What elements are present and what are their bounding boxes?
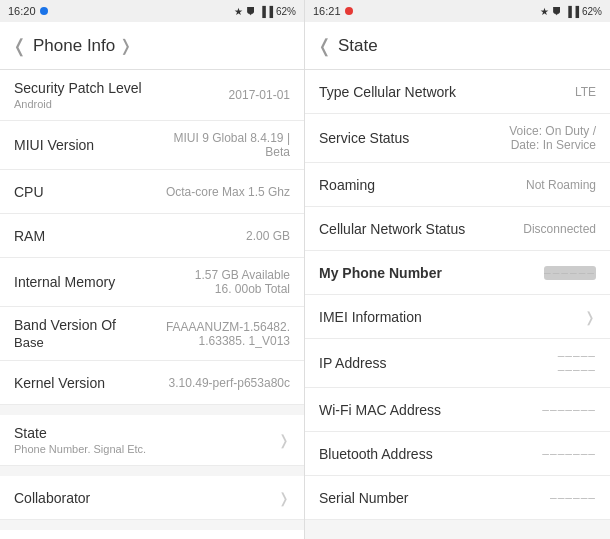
security-patch-sublabel: Android [14, 98, 142, 110]
ram-label: RAM [14, 228, 246, 244]
state-label: State [14, 425, 146, 441]
right-status-time: 16:21 [313, 5, 353, 17]
cpu-label: CPU [14, 184, 166, 200]
list-item-service-status: Service Status Voice: On Duty /Date: In … [305, 114, 610, 163]
right-signal-icon: ▐▐ [565, 6, 579, 17]
service-status-label: Service Status [319, 130, 509, 146]
imei-chevron: ❭ [584, 309, 596, 325]
list-item-kernel: Kernel Version 3.10.49-perf-p653a80c [0, 361, 304, 405]
right-notification-dot [345, 7, 353, 15]
type-cellular-value: LTE [575, 85, 596, 99]
imei-label: IMEI Information [319, 309, 576, 325]
ip-address-value: –––––––––– [558, 349, 596, 377]
band-version-label: Band Version Of [14, 317, 116, 333]
roaming-value: Not Roaming [526, 178, 596, 192]
left-list: Security Patch Level Android 2017-01-01 … [0, 70, 304, 539]
list-item-collaborator[interactable]: Collaborator ❭ [0, 476, 304, 520]
bluetooth-icon: ★ [234, 6, 243, 17]
internal-memory-label: Internal Memory [14, 274, 195, 290]
right-panel-title: State [338, 36, 378, 56]
list-item-state[interactable]: State Phone Number. Signal Etc. ❭ [0, 415, 304, 466]
ram-value: 2.00 GB [246, 229, 290, 243]
cellular-status-value: Disconnected [523, 222, 596, 236]
list-item-wifi-mac: Wi-Fi MAC Address ––––––– [305, 388, 610, 432]
left-back-arrow[interactable]: ❬ [12, 35, 27, 57]
phone-number-value: –––––– [544, 266, 596, 280]
battery-text: 62% [276, 6, 296, 17]
miui-label: MIUI Version [14, 137, 173, 153]
right-back-arrow[interactable]: ❬ [317, 35, 332, 57]
state-chevron: ❭ [278, 432, 290, 448]
spacer-2 [0, 466, 304, 476]
kernel-label: Kernel Version [14, 375, 169, 391]
list-item-type-cellular: Type Cellular Network LTE [305, 70, 610, 114]
bluetooth-address-value: ––––––– [542, 447, 596, 461]
right-shield-icon: ⛊ [552, 6, 562, 17]
phone-number-label: My Phone Number [319, 265, 544, 281]
left-status-time: 16:20 [8, 5, 48, 17]
list-item-legal[interactable]: Legal Information ❭ [0, 530, 304, 539]
type-cellular-label: Type Cellular Network [319, 84, 575, 100]
left-notification-dot [40, 7, 48, 15]
right-header: ❬ State [305, 22, 610, 70]
bluetooth-address-label: Bluetooth Address [319, 446, 542, 462]
service-status-value: Voice: On Duty /Date: In Service [509, 124, 596, 152]
ip-address-label: IP Address [319, 355, 558, 371]
list-item-imei[interactable]: IMEI Information ❭ [305, 295, 610, 339]
list-item-cpu: CPU Octa-core Max 1.5 Ghz [0, 170, 304, 214]
collaborator-chevron: ❭ [278, 490, 290, 506]
internal-memory-value: 1.57 GB Available16. 00ob Total [195, 268, 290, 296]
state-sublabel: Phone Number. Signal Etc. [14, 443, 146, 455]
left-panel-title: Phone Info [33, 36, 115, 56]
list-item-phone-number: My Phone Number –––––– [305, 251, 610, 295]
list-item-ip-address: IP Address –––––––––– [305, 339, 610, 388]
serial-number-label: Serial Number [319, 490, 550, 506]
wifi-mac-value: ––––––– [542, 403, 596, 417]
list-item-bluetooth-address: Bluetooth Address ––––––– [305, 432, 610, 476]
cpu-value: Octa-core Max 1.5 Ghz [166, 185, 290, 199]
kernel-value: 3.10.49-perf-p653a80c [169, 376, 290, 390]
left-title-chevron: ❭ [119, 36, 132, 55]
right-status-bar: 16:21 ★ ⛊ ▐▐ 62% [305, 0, 610, 22]
left-status-icons: ★ ⛊ ▐▐ 62% [234, 6, 296, 17]
band-version-value: FAAAANUZM-1.56482.1.63385. 1_V013 [166, 320, 290, 348]
list-item-internal-memory: Internal Memory 1.57 GB Available16. 00o… [0, 258, 304, 307]
left-panel: 16:20 ★ ⛊ ▐▐ 62% ❬ Phone Info ❭ Security… [0, 0, 305, 539]
shield-icon: ⛊ [246, 6, 256, 17]
left-status-bar: 16:20 ★ ⛊ ▐▐ 62% [0, 0, 304, 22]
security-patch-label: Security Patch Level [14, 80, 142, 96]
right-status-icons: ★ ⛊ ▐▐ 62% [540, 6, 602, 17]
list-item-band-version: Band Version Of Base FAAAANUZM-1.56482.1… [0, 307, 304, 361]
spacer-3 [0, 520, 304, 530]
wifi-mac-label: Wi-Fi MAC Address [319, 402, 542, 418]
left-header: ❬ Phone Info ❭ [0, 22, 304, 70]
list-item-serial-number: Serial Number –––––– [305, 476, 610, 520]
right-battery-text: 62% [582, 6, 602, 17]
right-bluetooth-icon: ★ [540, 6, 549, 17]
collaborator-label: Collaborator [14, 490, 270, 506]
right-time: 16:21 [313, 5, 341, 17]
right-list: Type Cellular Network LTE Service Status… [305, 70, 610, 539]
band-version-sublabel: Base [14, 335, 116, 350]
spacer-1 [0, 405, 304, 415]
list-item-miui: MIUI Version MIUI 9 Global 8.4.19 |Beta [0, 121, 304, 170]
security-patch-value: 2017-01-01 [229, 88, 290, 102]
left-time: 16:20 [8, 5, 36, 17]
list-item-roaming: Roaming Not Roaming [305, 163, 610, 207]
list-item-security-patch: Security Patch Level Android 2017-01-01 [0, 70, 304, 121]
miui-value: MIUI 9 Global 8.4.19 |Beta [173, 131, 290, 159]
signal-icon: ▐▐ [259, 6, 273, 17]
roaming-label: Roaming [319, 177, 526, 193]
serial-number-value: –––––– [550, 491, 596, 505]
list-item-ram: RAM 2.00 GB [0, 214, 304, 258]
list-item-cellular-status: Cellular Network Status Disconnected [305, 207, 610, 251]
right-panel: 16:21 ★ ⛊ ▐▐ 62% ❬ State Type Cellular N… [305, 0, 610, 539]
cellular-status-label: Cellular Network Status [319, 221, 523, 237]
